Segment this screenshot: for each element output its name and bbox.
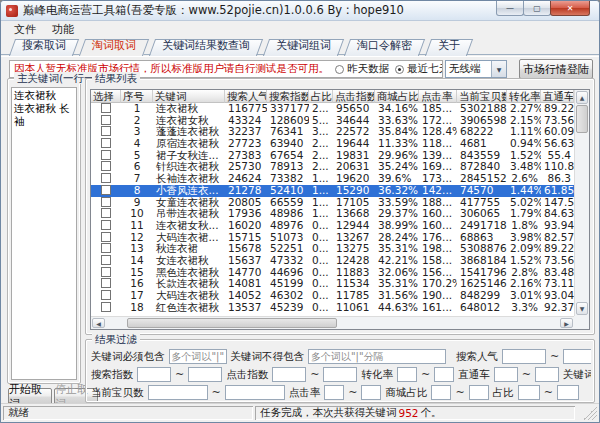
search-popularity-max-input[interactable] <box>563 349 591 364</box>
table-row[interactable]: 5裙子女秋连...27383676542...1983129.96%139...… <box>91 150 589 162</box>
table-row[interactable]: 3蓬蓬连衣裙秋32237763413...2257235.84%128.4%68… <box>91 126 589 138</box>
ztc-max-input[interactable] <box>535 367 559 382</box>
menu-file[interactable]: 文件 <box>6 22 44 38</box>
radio-last-seven-days[interactable]: 最近七天数据 <box>395 62 443 76</box>
table-row[interactable]: 10吊带连衣裙秋17936489861...1366829.37%160...3… <box>91 208 589 220</box>
row-checkbox[interactable] <box>101 290 111 300</box>
column-header-3[interactable]: 搜索人气 <box>225 90 267 103</box>
scroll-up-icon[interactable]: ▲ <box>576 91 588 104</box>
tab-5[interactable]: 关于 <box>425 38 473 55</box>
mall-ratio-min-input[interactable] <box>431 385 451 400</box>
column-header-0[interactable]: 选择 <box>91 90 121 103</box>
search-index-max-input[interactable] <box>188 367 222 382</box>
tab-3[interactable]: 关键词组词 <box>263 38 344 55</box>
radio-yesterday-data[interactable]: 昨天数据 <box>335 62 389 76</box>
maximize-button[interactable]: ▢ <box>523 1 551 16</box>
scroll-down-icon[interactable]: ▼ <box>576 302 588 315</box>
search-popularity-min-input[interactable] <box>502 349 546 364</box>
ztc-min-input[interactable] <box>494 367 518 382</box>
chevron-down-icon[interactable]: ▼ <box>491 61 506 77</box>
column-header-11[interactable]: 直通车 <box>541 90 574 103</box>
title-bar[interactable]: 巅峰电商运营工具箱(吾爱专版：www.52pojie.cn)1.0.0.6 By… <box>1 1 599 21</box>
table-row[interactable]: 12大码连衣裙...15715510730...1326728.24%176..… <box>91 232 589 244</box>
column-header-10[interactable]: 转化率 <box>507 90 541 103</box>
row-checkbox[interactable] <box>101 161 111 171</box>
tab-1[interactable]: 淘词取词 <box>79 38 149 55</box>
table-row[interactable]: 17大码连衣裙秋14052463020...1178531.56%190...8… <box>91 290 589 302</box>
column-header-2[interactable]: 关键词 <box>153 90 225 103</box>
column-header-8[interactable]: 点击率 <box>419 90 457 103</box>
table-row[interactable]: 9女童连衣裙秋20805665591...1710533.59%188...41… <box>91 197 589 209</box>
scroll-left-icon[interactable]: ◀ <box>92 318 105 328</box>
click-index-min-input[interactable] <box>272 367 306 382</box>
item-count-max-input[interactable] <box>225 385 285 400</box>
table-cell: 118... <box>419 138 457 150</box>
horizontal-scroll-thumb[interactable] <box>127 318 337 328</box>
row-checkbox[interactable] <box>101 185 111 195</box>
row-checkbox[interactable] <box>101 267 111 277</box>
item-count-min-input[interactable] <box>148 385 208 400</box>
row-checkbox[interactable] <box>101 243 111 253</box>
tab-2[interactable]: 关键词结果数查询 <box>149 38 263 55</box>
row-checkbox[interactable] <box>101 150 111 160</box>
must-exclude-input[interactable] <box>308 349 446 364</box>
main-keywords-input[interactable] <box>11 87 77 380</box>
click-rate-min-input[interactable] <box>324 385 344 400</box>
row-checkbox[interactable] <box>101 173 111 183</box>
table-cell: 0... <box>309 290 333 302</box>
table-row[interactable]: 13秋连衣裙15678522510...1327535.31%198...530… <box>91 243 589 255</box>
scroll-right-icon[interactable]: ▶ <box>560 318 573 328</box>
row-checkbox[interactable] <box>101 126 111 136</box>
radio-icon[interactable] <box>335 65 344 74</box>
row-checkbox[interactable] <box>101 232 111 242</box>
table-row[interactable]: 8小香风连衣...21278524101...1529036.32%142...… <box>91 185 589 197</box>
ratio-min-input[interactable] <box>518 385 540 400</box>
search-index-min-input[interactable] <box>137 367 171 382</box>
row-checkbox[interactable] <box>101 220 111 230</box>
column-header-7[interactable]: 商城占比 <box>375 90 419 103</box>
market-login-button[interactable]: 市场行情登陆 <box>519 59 593 79</box>
conversion-rate-min-input[interactable] <box>397 367 417 382</box>
row-checkbox[interactable] <box>101 208 111 218</box>
table-row[interactable]: 2连衣裙女秋433241286095...3464433.63%172...39… <box>91 115 589 127</box>
table-row[interactable]: 14女连衣裙秋15637473320...1242842.21%158...38… <box>91 255 589 267</box>
must-include-input[interactable] <box>169 349 227 364</box>
column-header-6[interactable]: 点击指数 <box>333 90 375 103</box>
row-checkbox[interactable] <box>101 138 111 148</box>
ratio-max-input[interactable] <box>557 385 579 400</box>
table-row[interactable]: 6针织连衣裙秋25730789132...2063135.24%169...87… <box>91 161 589 173</box>
table-row[interactable]: 1连衣裙秋1167753371772...9565034.16%185...53… <box>91 103 589 115</box>
column-header-1[interactable]: 序号 <box>121 90 153 103</box>
resize-grip-icon[interactable] <box>583 406 597 420</box>
table-row[interactable]: 4原宿连衣裙秋27723639402...1964411.33%118...46… <box>91 138 589 150</box>
row-checkbox[interactable] <box>101 103 111 113</box>
row-checkbox[interactable] <box>101 255 111 265</box>
click-index-max-input[interactable] <box>323 367 357 382</box>
table-row[interactable]: 18红色连衣裙秋13537452390...1106144.63%161...6… <box>91 302 589 314</box>
column-header-9[interactable]: 当前宝贝数 <box>457 90 507 103</box>
row-checkbox[interactable] <box>101 278 111 288</box>
vertical-scroll-thumb[interactable] <box>576 105 588 133</box>
tab-0[interactable]: 搜索取词 <box>9 38 79 55</box>
row-checkbox[interactable] <box>101 197 111 207</box>
table-cell: 15678 <box>225 243 267 255</box>
column-header-5[interactable]: 占比 <box>309 90 333 103</box>
click-rate-max-input[interactable] <box>361 385 381 400</box>
table-row[interactable]: 11连衣裙女秋...16020489760...1294438.99%160..… <box>91 220 589 232</box>
tab-4[interactable]: 淘口令解密 <box>344 38 425 55</box>
row-checkbox[interactable] <box>101 115 111 125</box>
row-checkbox[interactable] <box>101 302 111 312</box>
horizontal-scrollbar[interactable]: ◀ ▶ <box>91 316 574 329</box>
menu-function[interactable]: 功能 <box>44 22 82 38</box>
vertical-scrollbar[interactable]: ▲ ▼ <box>574 90 589 316</box>
column-header-4[interactable]: 搜索指数 <box>267 90 309 103</box>
table-row[interactable]: 7长袖连衣裙秋24624733821...1962039.6%173...284… <box>91 173 589 185</box>
channel-select[interactable]: 无线端 ▼ <box>445 60 507 78</box>
table-row[interactable]: 16长款连衣裙秋14081451990...1153435.31%170.2%1… <box>91 278 589 290</box>
minimize-button[interactable]: — <box>496 1 524 16</box>
table-row[interactable]: 15黑色连衣裙秋14770446960...1188332.06%156...1… <box>91 267 589 279</box>
close-button[interactable]: ✕ <box>550 1 590 16</box>
radio-icon[interactable] <box>395 65 404 74</box>
conversion-rate-max-input[interactable] <box>434 367 454 382</box>
mall-ratio-max-input[interactable] <box>469 385 489 400</box>
